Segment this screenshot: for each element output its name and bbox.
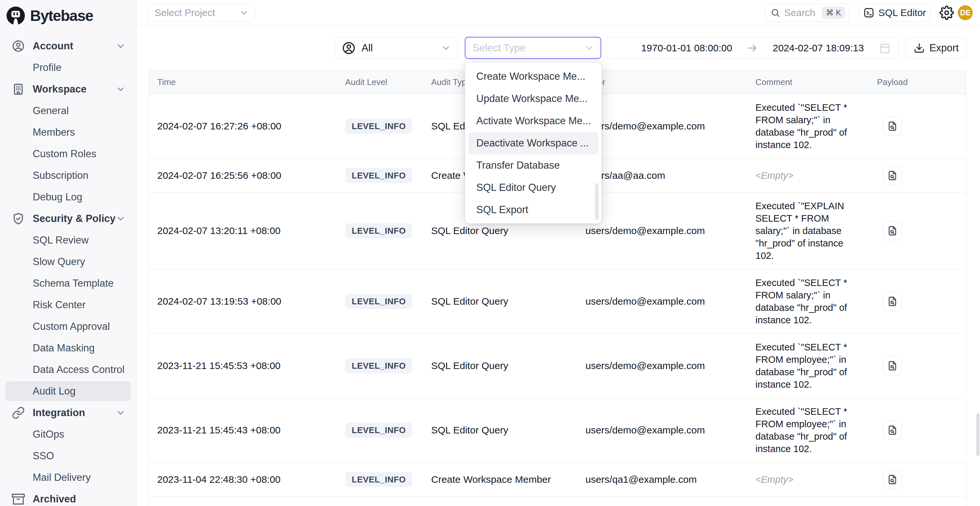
cell-comment: Executed `"SELECT * FROM salary;"` in da… (756, 101, 877, 151)
cell-time: 2024-02-07 13:20:11 +08:00 (157, 225, 345, 236)
table-row: 2023-11-04 01:06:24 +08:00 LEVEL_INFO SQ… (149, 496, 966, 506)
sidebar-item-gitops[interactable]: GitOps (0, 423, 136, 445)
sidebar-item-custom-approval[interactable]: Custom Approval (0, 316, 136, 337)
payload-view-button[interactable] (883, 117, 902, 136)
type-filter-select[interactable]: Select Type (465, 37, 601, 59)
cell-audit-type: Create Workspace Member (431, 474, 585, 485)
cell-actor: users/demo@example.com (585, 225, 756, 236)
menu-item-sql-editor-query[interactable]: SQL Editor Query (468, 177, 598, 199)
project-select-placeholder: Select Project (154, 7, 215, 18)
avatar-initials: DE (960, 8, 970, 18)
menu-item-sql-export[interactable]: SQL Export (468, 199, 598, 221)
topbar (137, 0, 980, 26)
user-icon (12, 40, 25, 53)
file-search-icon (887, 360, 898, 371)
audit-level-badge: LEVEL_INFO (345, 423, 412, 438)
column-header-comment: Comment (756, 77, 877, 87)
sidebar-item-label: Profile (33, 62, 62, 73)
sidebar-item-risk-center[interactable]: Risk Center (0, 294, 136, 316)
cell-audit-type: SQL Editor Query (431, 360, 585, 371)
payload-view-button[interactable] (883, 356, 902, 375)
search-shortcut: ⌘ K (822, 6, 845, 19)
sidebar-item-label: Members (33, 126, 75, 138)
chevron-down-icon (441, 43, 451, 53)
menu-item-transfer-database[interactable]: Transfer Database (468, 154, 598, 177)
menu-item-activate-workspace-member[interactable]: Activate Workspace Me... (468, 110, 598, 132)
actor-filter-select[interactable]: All (335, 37, 458, 59)
sidebar-item-label: General (33, 105, 68, 117)
sidebar-item-label: Account (33, 40, 73, 52)
cell-comment: Executed `"SELECT * FROM salary;"` in da… (756, 277, 877, 326)
audit-level-badge: LEVEL_INFO (345, 294, 412, 309)
cell-time: 2024-02-07 16:27:26 +08:00 (157, 121, 345, 132)
sidebar-item-label: Subscription (33, 170, 89, 181)
table-row: 2023-11-21 15:45:43 +08:00 LEVEL_INFO SQ… (149, 398, 966, 463)
cell-actor: users/demo@example.com (585, 121, 756, 132)
sidebar-item-label: Workspace (33, 83, 87, 95)
export-button[interactable]: Export (906, 37, 967, 59)
file-search-icon (887, 225, 898, 236)
gear-icon[interactable] (939, 6, 954, 20)
sidebar-item-slow-query[interactable]: Slow Query (0, 251, 136, 273)
sidebar-item-subscription[interactable]: Subscription (0, 165, 136, 186)
sidebar-item-mail-delivery[interactable]: Mail Delivery (0, 467, 136, 488)
date-range-end: 2024-02-07 18:09:13 (773, 43, 864, 54)
sidebar-item-sso[interactable]: SSO (0, 445, 136, 467)
menu-item-update-workspace-member[interactable]: Update Workspace Me... (468, 88, 598, 110)
sidebar-item-data-masking[interactable]: Data Masking (0, 337, 136, 359)
sidebar-item-label: Data Masking (33, 342, 95, 354)
terminal-icon (863, 7, 874, 18)
date-range-start: 1970-01-01 08:00:00 (641, 43, 732, 54)
cell-time: 2024-02-07 16:25:56 +08:00 (157, 170, 345, 181)
sidebar-item-sql-review[interactable]: SQL Review (0, 229, 136, 251)
sidebar-item-label: Risk Center (33, 299, 86, 311)
payload-view-button[interactable] (883, 470, 902, 489)
payload-view-button[interactable] (883, 292, 902, 311)
sidebar-item-account[interactable]: Account (0, 35, 136, 57)
date-range-picker[interactable]: 1970-01-01 08:00:00 2024-02-07 18:09:13 (606, 37, 899, 59)
project-select[interactable]: Select Project (147, 3, 255, 22)
cell-audit-type: SQL Editor Query (431, 296, 585, 307)
file-search-icon (887, 425, 898, 436)
cell-actor: users/demo@example.com (585, 296, 756, 307)
chevron-down-icon (239, 8, 249, 18)
avatar[interactable]: DE (958, 5, 973, 20)
dropdown-scrollbar-thumb[interactable] (595, 183, 599, 220)
page-scrollbar-thumb[interactable] (977, 414, 979, 456)
audit-level-badge: LEVEL_INFO (345, 472, 412, 487)
sidebar-item-workspace[interactable]: Workspace (0, 78, 136, 100)
sidebar-item-schema-template[interactable]: Schema Template (0, 273, 136, 294)
link-icon (12, 406, 25, 419)
table-row: 2024-02-07 13:19:53 +08:00 LEVEL_INFO SQ… (149, 269, 966, 334)
payload-view-button[interactable] (883, 421, 902, 440)
sidebar-item-general[interactable]: General (0, 100, 136, 122)
sidebar-item-label: SQL Review (33, 234, 89, 246)
sidebar-item-members[interactable]: Members (0, 122, 136, 143)
payload-view-button[interactable] (883, 221, 902, 240)
brand-logo[interactable]: Bytebase (0, 0, 136, 28)
sidebar-item-label: Mail Delivery (33, 472, 91, 484)
column-header-actor: Actor (585, 77, 756, 87)
sidebar-item-label: GitOps (33, 428, 64, 440)
sidebar-item-profile[interactable]: Profile (0, 57, 136, 78)
table-row: 2023-11-21 15:45:53 +08:00 LEVEL_INFO SQ… (149, 334, 966, 398)
sidebar-item-label: SSO (33, 450, 54, 462)
sidebar-item-integration[interactable]: Integration (0, 402, 136, 423)
sidebar-item-audit-log[interactable]: Audit Log (0, 380, 136, 402)
search-input[interactable]: Search ⌘ K (765, 3, 849, 22)
sidebar-item-data-access-control[interactable]: Data Access Control (0, 359, 136, 380)
menu-item-create-workspace-member[interactable]: Create Workspace Me... (468, 65, 598, 88)
cell-audit-type: SQL Editor Query (431, 225, 585, 236)
sidebar-item-archived[interactable]: Archived (0, 488, 136, 506)
sql-editor-button[interactable]: SQL Editor (859, 3, 931, 22)
search-placeholder: Search (784, 7, 815, 18)
sidebar-item-security-policy[interactable]: Security & Policy (0, 208, 136, 229)
sidebar-item-debug-log[interactable]: Debug Log (0, 186, 136, 208)
cell-comment: <Empty> (756, 169, 877, 182)
sidebar-item-custom-roles[interactable]: Custom Roles (0, 143, 136, 165)
payload-view-button[interactable] (883, 166, 902, 185)
cell-comment: Executed `"SELECT * FROM employee;"` in … (756, 405, 877, 455)
file-search-icon (887, 296, 898, 307)
menu-item-deactivate-workspace-member[interactable]: Deactivate Workspace ... (468, 132, 598, 154)
download-icon (914, 43, 925, 54)
